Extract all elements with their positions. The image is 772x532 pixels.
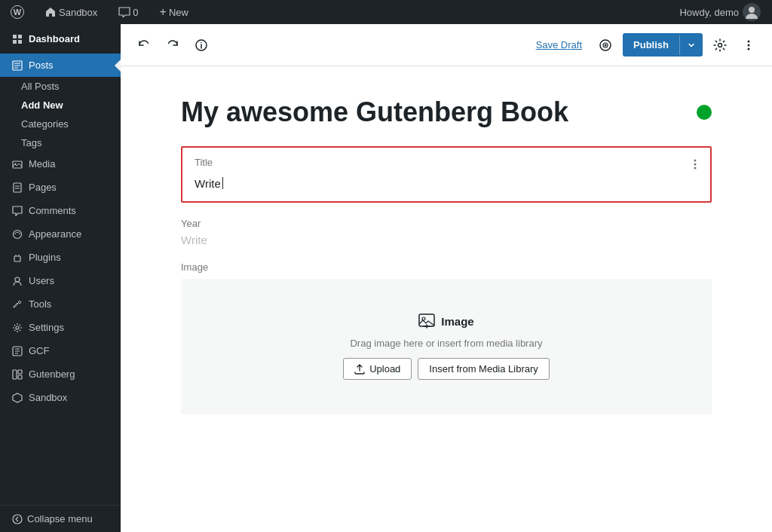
new-content-button[interactable]: + New	[155, 5, 193, 19]
image-drag-text: Drag image here or insert from media lib…	[350, 338, 542, 349]
svg-point-30	[201, 41, 202, 43]
main-layout: Dashboard Posts All Posts Add New Catego…	[0, 24, 772, 532]
svg-rect-4	[13, 35, 17, 38]
comments-button[interactable]: 0	[114, 7, 142, 18]
collapse-label: Collapse menu	[27, 513, 93, 524]
redo-button[interactable]	[161, 34, 184, 57]
sidebar-item-appearance[interactable]: Appearance	[0, 222, 121, 246]
gutenberg-label: Gutenberg	[29, 368, 75, 380]
image-icon-area: Image	[418, 313, 473, 329]
collapse-icon	[12, 514, 23, 524]
tools-icon	[12, 299, 23, 310]
media-label: Media	[29, 158, 55, 170]
svg-point-38	[694, 163, 697, 165]
dashboard-link[interactable]: Dashboard	[0, 24, 121, 54]
settings-icon	[12, 323, 23, 333]
year-block[interactable]: Year Write	[181, 218, 712, 246]
add-new-link[interactable]: Add New	[0, 96, 121, 115]
editor-toolbar: Save Draft Publish	[121, 24, 772, 66]
comments-label: Comments	[29, 205, 76, 216]
sidebar-item-media[interactable]: Media	[0, 152, 121, 176]
image-action-buttons: Upload Insert from Media Library	[343, 358, 550, 380]
dashboard-label: Dashboard	[29, 33, 80, 44]
plus-icon: +	[160, 5, 167, 19]
sidebar-item-comments[interactable]: Comments	[0, 199, 121, 222]
info-button[interactable]	[190, 34, 213, 57]
title-block[interactable]: Title Write	[181, 146, 712, 203]
publish-dropdown-arrow[interactable]	[679, 35, 703, 55]
title-block-label: Title	[195, 157, 698, 168]
editor-settings-button[interactable]	[709, 34, 731, 57]
svg-point-3	[749, 7, 755, 13]
publish-button[interactable]: Publish	[623, 33, 703, 57]
users-icon	[12, 276, 23, 286]
plugins-icon	[12, 252, 23, 263]
gear-icon	[713, 38, 727, 52]
svg-rect-25	[18, 370, 22, 374]
wp-logo-button[interactable]: W	[6, 0, 29, 24]
categories-link[interactable]: Categories	[0, 115, 121, 133]
svg-point-32	[605, 44, 607, 46]
sidebar-item-posts[interactable]: Posts	[0, 54, 121, 77]
site-name-label: Sandbox	[59, 7, 97, 18]
appearance-label: Appearance	[29, 228, 81, 240]
image-block-icon-label: Image	[441, 315, 473, 328]
save-draft-button[interactable]: Save Draft	[530, 36, 588, 54]
image-block-label: Image	[181, 261, 712, 273]
toolbar-right: Save Draft Publish	[530, 33, 760, 57]
comment-icon	[118, 7, 130, 17]
year-block-input[interactable]: Write	[181, 234, 712, 246]
svg-text:W: W	[14, 8, 22, 17]
publish-label: Publish	[623, 33, 679, 57]
title-block-menu-button[interactable]	[686, 154, 704, 173]
preview-button[interactable]	[594, 34, 617, 57]
post-title-area: My awesome Gutenberg Book	[181, 96, 712, 128]
svg-point-37	[694, 159, 697, 161]
media-icon	[12, 159, 23, 170]
title-block-input[interactable]: Write	[195, 174, 698, 192]
settings-label: Settings	[29, 322, 64, 333]
svg-rect-6	[13, 40, 17, 44]
undo-button[interactable]	[133, 34, 155, 57]
sidebar-item-pages[interactable]: Pages	[0, 176, 121, 199]
site-name-button[interactable]: Sandbox	[41, 0, 102, 24]
media-library-button[interactable]: Insert from Media Library	[418, 358, 550, 380]
sidebar-item-gutenberg[interactable]: Gutenberg	[0, 362, 121, 386]
posts-icon	[12, 60, 23, 71]
svg-rect-18	[14, 256, 20, 261]
sandbox-label: Sandbox	[29, 392, 67, 403]
collapse-menu-button[interactable]: Collapse menu	[0, 505, 121, 532]
title-block-inner: Title Write	[182, 148, 710, 201]
editor-area: Save Draft Publish	[121, 24, 772, 532]
all-posts-link[interactable]: All Posts	[0, 77, 121, 96]
svg-point-17	[14, 230, 22, 238]
admin-bar-right: Howdy, demo	[675, 2, 766, 22]
preview-icon	[599, 38, 612, 52]
sidebar-item-sandbox[interactable]: Sandbox	[0, 386, 121, 409]
sidebar-item-users[interactable]: Users	[0, 269, 121, 292]
editor-content: My awesome Gutenberg Book Title Write	[121, 66, 772, 532]
tags-link[interactable]: Tags	[0, 133, 121, 152]
new-label: New	[169, 7, 188, 18]
svg-point-41	[422, 317, 425, 320]
image-block[interactable]: Image Image Drag image here or insert fr…	[181, 261, 712, 414]
post-title-text: My awesome Gutenberg Book	[181, 96, 568, 128]
svg-rect-26	[18, 375, 22, 379]
svg-point-33	[718, 43, 722, 47]
undo-icon	[137, 38, 151, 52]
more-options-button[interactable]	[737, 34, 760, 57]
sidebar-item-plugins[interactable]: Plugins	[0, 246, 121, 269]
sidebar-item-gcf[interactable]: GCF	[0, 339, 121, 362]
user-avatar-icon	[742, 2, 761, 22]
user-greeting[interactable]: Howdy, demo	[675, 2, 766, 22]
title-input-text: Write	[195, 177, 221, 190]
image-upload-area: Image Drag image here or insert from med…	[181, 279, 712, 414]
svg-rect-24	[13, 370, 17, 379]
sidebar-item-settings[interactable]: Settings	[0, 316, 121, 339]
sidebar-item-tools[interactable]: Tools	[0, 292, 121, 316]
svg-rect-7	[18, 40, 22, 44]
svg-point-21	[15, 277, 20, 282]
home-icon	[45, 7, 56, 17]
upload-button[interactable]: Upload	[343, 358, 412, 380]
pages-label: Pages	[29, 182, 57, 193]
